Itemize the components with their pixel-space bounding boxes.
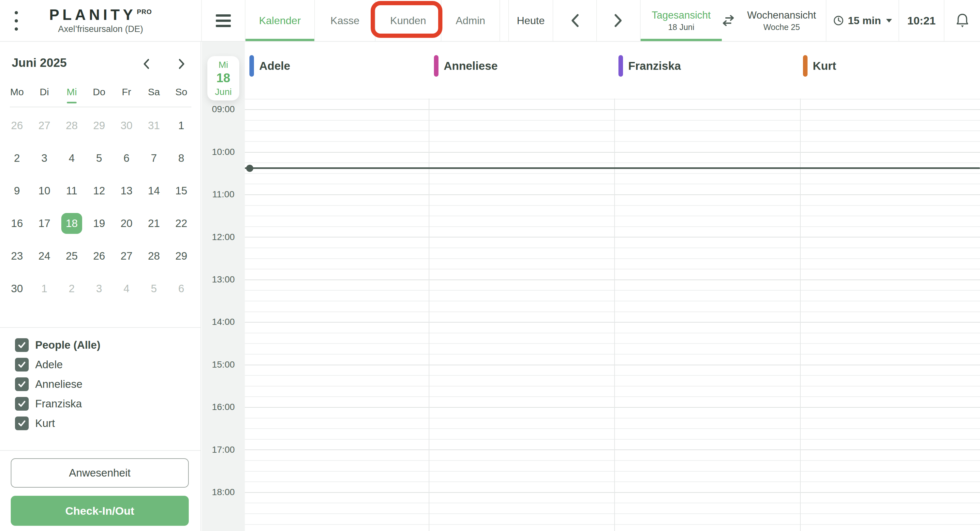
filter-all-people[interactable]: People (Alle) xyxy=(15,335,100,355)
minical-day[interactable]: 20 xyxy=(116,213,137,234)
minical-day[interactable]: 5 xyxy=(143,278,164,299)
minical-day[interactable]: 29 xyxy=(171,246,192,266)
checkbox-checked[interactable] xyxy=(15,397,29,411)
check-in-out-button[interactable]: Check-In/Out xyxy=(11,496,189,526)
minical-day[interactable]: 30 xyxy=(6,278,27,299)
checkbox-checked[interactable] xyxy=(15,377,29,391)
active-tab-underline xyxy=(245,39,314,41)
minical-day[interactable]: 2 xyxy=(61,278,82,299)
minical-day[interactable]: 21 xyxy=(143,213,164,234)
tab-kalender[interactable]: Kalender xyxy=(245,0,314,41)
staff-color-bar xyxy=(434,55,439,77)
tab-label: Kalender xyxy=(259,15,301,27)
tab-admin[interactable]: Admin xyxy=(441,0,500,41)
minical-day[interactable]: 26 xyxy=(89,246,110,266)
minical-day[interactable]: 6 xyxy=(171,278,192,299)
filter-person-anneliese[interactable]: Anneliese xyxy=(15,375,100,394)
hour-label: 14:00 xyxy=(202,317,245,327)
checkbox-checked[interactable] xyxy=(15,338,29,352)
filter-label: Franziska xyxy=(35,398,82,410)
kebab-menu-button[interactable] xyxy=(13,11,19,31)
minical-day[interactable]: 1 xyxy=(171,115,192,136)
staff-color-bar xyxy=(250,55,254,77)
swap-views-icon[interactable] xyxy=(719,0,737,41)
top-bar: PLANITYPRO Axel’friseursalon (DE) Kalend… xyxy=(0,0,980,42)
checkbox-checked[interactable] xyxy=(15,358,29,372)
minical-day[interactable]: 10 xyxy=(34,180,55,201)
minical-day[interactable]: 13 xyxy=(116,180,137,201)
minical-day[interactable]: 31 xyxy=(143,115,164,136)
minical-day[interactable]: 28 xyxy=(61,115,82,136)
minical-day[interactable]: 27 xyxy=(34,115,55,136)
minical-day[interactable]: 5 xyxy=(89,148,110,169)
app-logo: PLANITYPRO xyxy=(49,7,152,22)
prev-day-button[interactable] xyxy=(553,0,597,41)
minical-day-selected[interactable]: 18 xyxy=(61,213,82,234)
minical-day[interactable]: 4 xyxy=(116,278,137,299)
calendar-column-franziska[interactable] xyxy=(614,99,800,531)
minical-day[interactable]: 12 xyxy=(89,180,110,201)
minical-day[interactable]: 23 xyxy=(6,246,27,266)
minical-day[interactable]: 26 xyxy=(6,115,27,136)
minical-day[interactable]: 15 xyxy=(171,180,192,201)
minical-day[interactable]: 25 xyxy=(61,246,82,266)
notifications-bell-button[interactable] xyxy=(944,0,980,41)
sidebar-divider xyxy=(0,450,201,451)
filter-person-adele[interactable]: Adele xyxy=(15,355,100,375)
next-day-button[interactable] xyxy=(597,0,641,41)
filter-label: Adele xyxy=(35,359,63,371)
staff-name: Franziska xyxy=(628,59,681,72)
minical-day[interactable]: 24 xyxy=(34,246,55,266)
minical-day[interactable]: 3 xyxy=(89,278,110,299)
minical-day[interactable]: 8 xyxy=(171,148,192,169)
bell-icon xyxy=(955,13,970,29)
hamburger-menu-button[interactable] xyxy=(201,0,245,41)
chevron-right-icon xyxy=(614,13,623,28)
minical-day[interactable]: 9 xyxy=(6,180,27,201)
hour-label: 10:00 xyxy=(202,147,245,157)
tab-kasse[interactable]: Kasse xyxy=(314,0,375,41)
tab-kunden[interactable]: Kunden xyxy=(375,0,441,41)
checkbox-checked[interactable] xyxy=(15,416,29,430)
minical-day[interactable]: 3 xyxy=(34,148,55,169)
tab-day-view[interactable]: Tagesansicht 18 Juni xyxy=(641,0,722,41)
column-header-kurt: Kurt xyxy=(803,55,836,77)
hour-label: 13:00 xyxy=(202,274,245,285)
minical-day[interactable]: 16 xyxy=(6,213,27,234)
minical-day[interactable]: 28 xyxy=(143,246,164,266)
minical-day[interactable]: 17 xyxy=(34,213,55,234)
interval-select[interactable]: 15 min xyxy=(826,0,899,41)
minical-day[interactable]: 27 xyxy=(116,246,137,266)
calendar-column-adele[interactable] xyxy=(245,99,429,531)
minical-day[interactable]: 11 xyxy=(61,180,82,201)
minical-day[interactable]: 30 xyxy=(116,115,137,136)
column-header-adele: Adele xyxy=(250,55,290,77)
check-icon xyxy=(17,399,27,409)
minical-day[interactable]: 29 xyxy=(89,115,110,136)
minical-day[interactable]: 6 xyxy=(116,148,137,169)
minical-day[interactable]: 2 xyxy=(6,148,27,169)
minical-day[interactable]: 19 xyxy=(89,213,110,234)
weekday-mi: Mi xyxy=(58,86,86,97)
minical-day[interactable]: 4 xyxy=(61,148,82,169)
current-time-dot xyxy=(246,165,253,172)
minical-prev-button[interactable] xyxy=(136,55,156,73)
minical-day[interactable]: 22 xyxy=(171,213,192,234)
attendance-button[interactable]: Anwesenheit xyxy=(11,458,189,488)
tab-week-view[interactable]: Wochenansicht Woche 25 xyxy=(737,0,826,41)
minical-next-button[interactable] xyxy=(172,55,192,73)
hour-label: 09:00 xyxy=(202,104,245,115)
minical-day[interactable]: 7 xyxy=(143,148,164,169)
hour-label: 16:00 xyxy=(202,402,245,412)
minical-day[interactable]: 1 xyxy=(34,278,55,299)
calendar-column-kurt[interactable] xyxy=(800,99,980,531)
heute-button[interactable]: Heute xyxy=(508,0,553,41)
people-filter-list: People (Alle)AdeleAnnelieseFranziskaKurt xyxy=(15,335,100,433)
filter-person-kurt[interactable]: Kurt xyxy=(15,414,100,433)
sidebar-divider xyxy=(0,327,201,328)
minical-day[interactable]: 14 xyxy=(143,180,164,201)
calendar-column-anneliese[interactable] xyxy=(429,99,614,531)
minical-month-label: Juni 2025 xyxy=(12,56,67,70)
filter-person-franziska[interactable]: Franziska xyxy=(15,394,100,414)
logo-block: PLANITYPRO Axel’friseursalon (DE) xyxy=(0,0,201,41)
